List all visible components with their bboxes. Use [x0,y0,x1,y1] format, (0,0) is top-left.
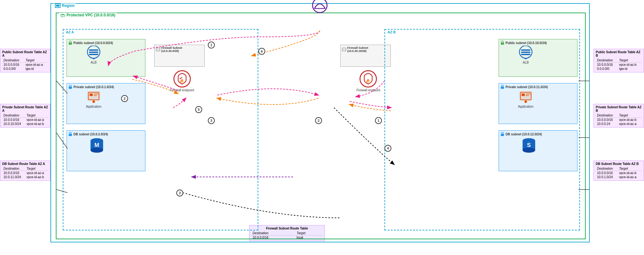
igw-icon [312,0,328,13]
svg-point-49 [524,100,527,103]
fw-endpoint-az-a: Firewall endpoint [170,70,194,92]
az-b-box: AZ B Public subnet (10.0.10.0/24) [384,29,580,230]
step-3-db-circle: 3 [176,190,183,196]
db-az-a: M [89,137,105,154]
svg-point-53 [523,148,535,153]
fw-endpoint-az-b: Firewall endpoint [356,70,380,92]
lock-icon-db-az-a [68,132,73,136]
step-4-b-circle: 4 [384,145,391,152]
step-1-b-circle: 1 [375,117,382,124]
svg-point-22 [92,100,95,103]
firewall-subnet-az-b: Firewall Subnet(10.0.30.16/28) Firewall … [340,45,391,67]
db-subnet-route-table-az-b: DB Subnet Route Table AZ B DestinationTa… [594,161,644,181]
lock-icon-pub-az-b [500,41,505,45]
igw-container [312,0,328,13]
vpc-label: Protected VPC (10.0.0.0/16) [59,13,117,17]
step-2-circle: 2 [315,117,322,124]
region-box: Region Protected VPC (10.0.0.0/16) [50,3,590,242]
svg-rect-23 [69,134,72,136]
diagram-container: Region Protected VPC (10.0.0.0/16) [50,3,593,249]
firewall-subnet-icon-az-a [156,47,160,52]
svg-rect-19 [90,94,93,96]
app-az-b: Application [518,90,534,108]
private-subnet-az-b: Private subnet (10.0.11.0/24) Applicati [499,83,577,124]
svg-rect-48 [526,95,529,96]
svg-rect-2 [56,5,59,7]
svg-rect-11 [89,49,98,51]
svg-rect-13 [89,54,98,55]
lock-icon-priv-az-b [500,85,505,89]
app-az-a: Application [86,90,102,108]
svg-rect-44 [519,91,532,101]
vpc-icon [60,13,65,17]
alb-az-a: ALB [86,46,102,64]
svg-rect-38 [521,49,530,51]
svg-rect-20 [94,94,98,94]
lock-icon-priv-az-a [68,85,73,89]
svg-rect-6 [61,15,65,16]
svg-text:S: S [527,142,531,148]
step-5-circle: 5 [195,106,202,113]
step-2-alb-circle: 2 [121,95,128,102]
region-label: Region [54,3,76,8]
db-subnet-az-b: DB subnet (10.0.12.0/24) S [499,130,577,171]
svg-rect-50 [501,134,504,136]
step-6-circle: 6 [258,48,265,55]
private-subnet-route-table-az-a: Private Subnet Route Table AZ A Destinat… [0,104,50,128]
step-1-circle: 1 [208,42,215,48]
svg-rect-12 [89,52,98,53]
firewall-subnet-az-a: Firewall Subnet(10.0.30.0/28) Firewall e… [154,45,205,67]
svg-rect-40 [521,54,530,55]
public-subnet-az-b: Public subnet (10.0.10.0/24) ALB [499,39,577,77]
lock-icon-db-az-b [500,132,505,136]
svg-rect-43 [501,87,504,89]
svg-point-7 [313,0,327,13]
svg-rect-47 [526,94,530,94]
svg-rect-9 [69,42,72,45]
private-subnet-az-a: Private subnet (10.0.1.0/24) Applicatio [67,83,145,124]
public-subnet-route-table-az-b: Public Subnet Route Table AZ B Destinati… [594,49,644,72]
svg-rect-17 [87,91,100,101]
region-icon [55,3,61,8]
public-subnet-route-table-az-a: Public Subnet Route Table AZ A Destinati… [0,49,50,72]
firewall-subnet-icon-az-b [342,47,346,52]
alb-az-b: ALB [518,46,534,64]
db-subnet-route-table-az-a: DB Subnet Route Table AZ A DestinationTa… [0,161,50,181]
svg-rect-28 [156,48,160,51]
svg-text:M: M [95,142,99,148]
svg-point-26 [91,148,103,153]
private-subnet-route-table-az-b: Private Subnet Route Table AZ B Destinat… [594,104,644,128]
svg-rect-32 [342,48,346,51]
vpc-box: Protected VPC (10.0.0.0/16) AZ A [56,13,586,239]
svg-rect-21 [94,95,97,96]
svg-rect-36 [501,42,504,45]
svg-rect-46 [522,94,525,96]
svg-rect-16 [69,87,72,89]
svg-rect-39 [521,52,530,53]
step-3-circle-a: 3 [208,117,215,124]
db-az-b: S [521,137,537,154]
public-subnet-az-a: Public subnet (10.0.0.0/24) ALB [67,39,145,77]
db-subnet-az-a: DB subnet (10.0.2.0/24) M [67,130,145,171]
lock-icon-pub-az-a [68,41,73,45]
